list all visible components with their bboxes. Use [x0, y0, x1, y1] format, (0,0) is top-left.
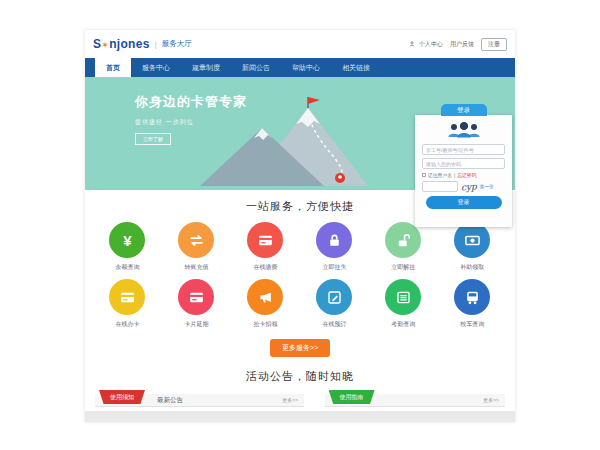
card-icon	[247, 222, 283, 258]
page: S✶njones | 服务大厅 个人中心 用户反馈 注册 首页服务中心规章制度新…	[85, 30, 515, 422]
nav-item-2[interactable]: 规章制度	[181, 58, 231, 77]
service-item-9[interactable]: 在线预订	[300, 279, 369, 329]
service-label: 卡片延期	[162, 320, 231, 329]
lock-icon	[316, 222, 352, 258]
service-label: 立即挂失	[300, 263, 369, 272]
bus-icon	[454, 279, 490, 315]
service-item-10[interactable]: 考勤查询	[369, 279, 438, 329]
user-icon	[409, 41, 415, 48]
options-divider: |	[454, 173, 455, 178]
login-tab[interactable]: 登录	[441, 104, 487, 116]
nav-item-5[interactable]: 相关链接	[331, 58, 381, 77]
announcements-section: 活动公告，随时知晓 使用须知 最新公告 更多>> 使用指南 更多>>	[85, 357, 515, 407]
transfer-icon	[178, 222, 214, 258]
guide-panel: 使用指南 更多>>	[325, 394, 505, 407]
announcements-title: 活动公告，随时知晓	[85, 369, 515, 384]
service-item-4[interactable]: 立即解挂	[369, 222, 438, 272]
service-label: 补助领取	[438, 263, 507, 272]
hero-cta-button[interactable]: 立即了解	[135, 133, 171, 145]
tab-usage-guide[interactable]: 使用指南	[329, 390, 375, 404]
service-label: 在线缴费	[231, 263, 300, 272]
service-item-2[interactable]: 在线缴费	[231, 222, 300, 272]
money-icon	[454, 222, 490, 258]
forgot-password-link[interactable]: 忘记密码	[457, 172, 476, 178]
service-label: 拾卡招领	[231, 320, 300, 329]
service-label: 校车查询	[438, 320, 507, 329]
card-icon	[178, 279, 214, 315]
nav-item-4[interactable]: 帮助中心	[281, 58, 331, 77]
password-input[interactable]	[422, 158, 505, 169]
unlock-icon	[385, 222, 421, 258]
nav-item-0[interactable]: 首页	[95, 58, 131, 77]
service-item-8[interactable]: 拾卡招领	[231, 279, 300, 329]
service-label: 立即解挂	[369, 263, 438, 272]
nav-item-3[interactable]: 新闻公告	[231, 58, 281, 77]
service-label: 余额查询	[93, 263, 162, 272]
login-panel: 登录 记住用户名 | 忘记密码 cyp 换一张 登录	[415, 115, 512, 227]
logo-spark-icon: ✶	[101, 40, 109, 50]
service-item-3[interactable]: 立即挂失	[300, 222, 369, 272]
service-item-7[interactable]: 卡片延期	[162, 279, 231, 329]
captcha-refresh-link[interactable]: 换一张	[480, 184, 494, 189]
top-bar: S✶njones | 服务大厅 个人中心 用户反馈 注册	[85, 30, 515, 58]
service-label: 在线办卡	[93, 320, 162, 329]
remember-checkbox[interactable]	[422, 173, 426, 177]
service-label: 转账充值	[162, 263, 231, 272]
nav-list: 首页服务中心规章制度新闻公告帮助中心相关链接	[95, 58, 381, 77]
captcha-input[interactable]	[422, 181, 458, 192]
card-icon	[109, 279, 145, 315]
more-services-button[interactable]: 更多服务>>	[270, 339, 330, 357]
register-button[interactable]: 注册	[481, 38, 507, 51]
tab-latest-announcements[interactable]: 最新公告	[157, 396, 183, 405]
service-item-0[interactable]: ¥余额查询	[93, 222, 162, 272]
guide-more-link[interactable]: 更多>>	[483, 397, 499, 403]
service-item-11[interactable]: 校车查询	[438, 279, 507, 329]
remember-label: 记住用户名	[428, 172, 452, 178]
tab-usage-notice[interactable]: 使用须知	[99, 390, 145, 404]
mountains-illustration	[190, 94, 400, 190]
service-item-6[interactable]: 在线办卡	[93, 279, 162, 329]
yen-icon: ¥	[109, 222, 145, 258]
hero-banner: 你身边的卡管专家 提供捷径 一步到位 立即了解 登录	[85, 77, 515, 190]
logo-separator: |	[155, 40, 157, 49]
portal-name: 服务大厅	[162, 39, 192, 49]
notice-more-link[interactable]: 更多>>	[282, 397, 298, 403]
personal-center-link[interactable]: 个人中心	[409, 40, 443, 49]
services-grid: ¥余额查询转账充值在线缴费立即挂失立即解挂补助领取在线办卡卡片延期拾卡招领在线预…	[85, 222, 515, 336]
feedback-link[interactable]: 用户反馈	[450, 40, 474, 49]
page-bottom-strip	[85, 411, 515, 422]
edit-icon	[316, 279, 352, 315]
main-nav: 首页服务中心规章制度新闻公告帮助中心相关链接	[85, 58, 515, 77]
username-input[interactable]	[422, 144, 505, 155]
notice-panel: 使用须知 最新公告 更多>>	[95, 394, 304, 407]
captcha-image[interactable]: cyp	[461, 181, 478, 192]
logo[interactable]: S✶njones	[93, 37, 150, 51]
service-item-5[interactable]: 补助领取	[438, 222, 507, 272]
login-submit-button[interactable]: 登录	[426, 196, 502, 209]
service-label: 考勤查询	[369, 320, 438, 329]
list-icon	[385, 279, 421, 315]
service-item-1[interactable]: 转账充值	[162, 222, 231, 272]
nav-item-1[interactable]: 服务中心	[131, 58, 181, 77]
service-label: 在线预订	[300, 320, 369, 329]
megaphone-icon	[247, 279, 283, 315]
users-group-icon	[422, 122, 505, 142]
